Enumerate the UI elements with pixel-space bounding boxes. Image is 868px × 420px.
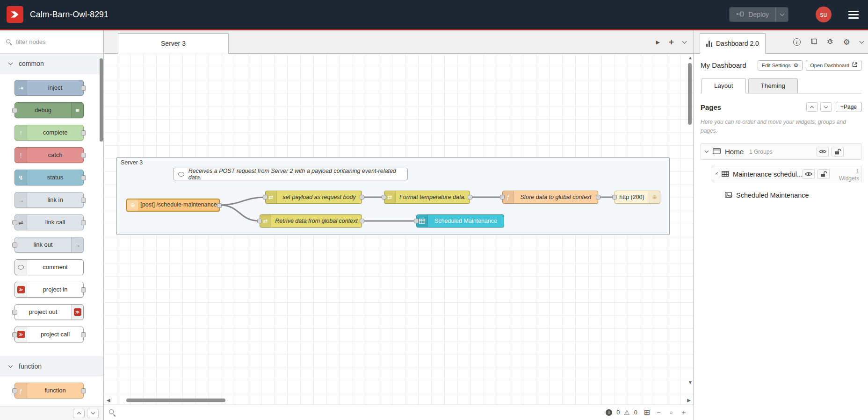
warning-icon[interactable]: ⚠ — [624, 409, 630, 416]
visibility-toggle-button[interactable] — [817, 147, 829, 157]
node-store-global[interactable]: ƒ Store data to global context — [502, 191, 598, 204]
node-format-temperature[interactable]: ⇄ Format temperature data. — [384, 191, 470, 204]
flow-canvas[interactable]: Server 3 Receives a POST request from Se… — [104, 54, 694, 405]
tab-layout[interactable]: Layout — [702, 78, 746, 93]
input-port[interactable] — [12, 242, 17, 248]
expand-all-pages-button[interactable] — [820, 102, 832, 112]
output-port[interactable] — [81, 153, 86, 158]
node-http-response[interactable]: ⊕ http (200) — [615, 191, 660, 204]
scroll-down-icon[interactable]: ▼ — [688, 380, 693, 385]
tab-scroll-right-icon[interactable]: ▶ — [656, 39, 659, 45]
vertical-scrollbar-thumb[interactable] — [688, 63, 692, 125]
gear-icon[interactable]: ⚙ — [843, 38, 850, 46]
input-port[interactable] — [12, 108, 17, 113]
output-port[interactable] — [81, 130, 86, 135]
palette-node-complete[interactable]: ! complete — [14, 125, 84, 141]
scroll-right-icon[interactable]: ▶ — [687, 398, 691, 403]
horizontal-scrollbar[interactable]: ◀ ▶ — [107, 398, 691, 403]
output-port[interactable] — [81, 85, 86, 91]
tab-dashboard-2[interactable]: Dashboard 2.0 — [700, 33, 766, 54]
tree-row-widget-scheduled-maintenance[interactable]: Scheduled Maintenance — [723, 188, 861, 202]
output-port[interactable] — [468, 195, 472, 199]
collapse-all-button[interactable] — [73, 409, 85, 418]
vertical-scrollbar[interactable]: ▲ ▼ — [687, 56, 693, 385]
expand-all-button[interactable] — [87, 409, 99, 418]
deploy-options-button[interactable] — [775, 7, 788, 21]
edit-settings-button[interactable]: Edit Settings ⚙ — [758, 60, 803, 71]
palette-node-inject[interactable]: ⇥ inject — [14, 80, 84, 96]
palette-node-function[interactable]: ƒ function — [14, 383, 84, 399]
chevron-down-icon[interactable] — [705, 149, 709, 153]
palette-category-function[interactable]: function — [0, 356, 103, 376]
palette-scrollbar-thumb[interactable] — [100, 58, 103, 142]
chevron-down-icon[interactable] — [716, 172, 718, 175]
input-port[interactable] — [414, 219, 419, 223]
input-port[interactable] — [12, 310, 17, 315]
palette-node-status[interactable]: ↯ status — [14, 170, 84, 185]
input-port[interactable] — [612, 195, 617, 199]
input-port[interactable] — [12, 332, 17, 337]
palette-node-catch[interactable]: ! catch — [14, 147, 84, 163]
add-page-button[interactable]: +Page — [836, 102, 861, 112]
collapse-all-pages-button[interactable] — [806, 102, 818, 112]
canvas-search-button[interactable] — [109, 409, 116, 416]
tree-row-page-home[interactable]: Home 1 Groups — [701, 143, 861, 160]
output-port[interactable] — [81, 198, 86, 203]
comment-icon — [178, 172, 184, 177]
node-retrieve-global[interactable]: ⇄ Retrive data from global context — [260, 214, 362, 228]
scroll-up-icon[interactable]: ▲ — [688, 56, 693, 60]
palette-node-project-call[interactable]: ≫ project call — [14, 327, 84, 342]
node-http-in[interactable]: ⊕ [post] /schedule-maintenance — [126, 199, 220, 212]
add-tab-button[interactable]: + — [669, 37, 674, 47]
output-port[interactable] — [81, 287, 86, 292]
user-avatar[interactable]: su — [816, 7, 832, 22]
output-port[interactable] — [596, 195, 600, 199]
input-port[interactable] — [12, 220, 17, 225]
output-port[interactable] — [81, 175, 86, 180]
tab-list-button[interactable] — [682, 39, 687, 44]
input-port[interactable] — [500, 195, 505, 199]
help-book-icon[interactable] — [810, 38, 817, 46]
lock-toggle-button[interactable] — [832, 147, 844, 157]
input-port[interactable] — [382, 195, 386, 199]
info-icon[interactable]: i — [793, 38, 801, 46]
output-port[interactable] — [217, 203, 222, 208]
scroll-left-icon[interactable]: ◀ — [107, 398, 110, 403]
visibility-toggle-button[interactable] — [803, 169, 815, 179]
node-comment[interactable]: Receives a POST request from Server 2 wi… — [173, 168, 408, 180]
tree-row-group-maintenance[interactable]: Maintenance schedul... 1 Widgets — [712, 166, 861, 182]
palette-node-link-call[interactable]: ⇌ link call — [14, 214, 84, 230]
output-port[interactable] — [81, 332, 86, 337]
palette-node-comment[interactable]: comment — [14, 259, 84, 275]
node-set-payload[interactable]: ⇄ set payload as request body — [265, 191, 362, 204]
node-table-widget[interactable]: Scheduled Maintenance — [416, 214, 504, 228]
tab-theming[interactable]: Theming — [748, 78, 798, 93]
error-icon[interactable]: ! — [606, 409, 612, 416]
lock-toggle-button[interactable] — [817, 169, 830, 179]
zoom-in-button[interactable]: + — [680, 409, 688, 416]
palette-node-project-out[interactable]: ≫ project out — [14, 304, 84, 320]
palette-node-link-out[interactable]: → link out — [14, 237, 84, 253]
open-dashboard-button[interactable]: Open Dashboard — [806, 60, 861, 71]
output-port[interactable] — [81, 388, 86, 393]
input-port[interactable] — [12, 388, 17, 393]
zoom-reset-button[interactable]: ○ — [667, 410, 675, 415]
palette-filter-input[interactable] — [16, 38, 86, 45]
palette-node-project-in[interactable]: ≫ project in — [14, 282, 84, 298]
palette-category-common[interactable]: common — [0, 54, 103, 73]
output-port[interactable] — [360, 219, 364, 223]
minimap-toggle-icon[interactable]: ⊞ — [644, 409, 650, 416]
deploy-button[interactable]: Deploy — [729, 7, 788, 22]
input-port[interactable] — [263, 195, 268, 199]
debug-bug-icon[interactable] — [827, 38, 833, 46]
main-menu-button[interactable] — [848, 11, 859, 19]
workspace-tab-server3[interactable]: Server 3 — [118, 33, 229, 54]
horizontal-scrollbar-thumb[interactable] — [126, 399, 225, 402]
output-port[interactable] — [81, 220, 86, 225]
palette-node-link-in[interactable]: → link in — [14, 192, 84, 208]
zoom-out-button[interactable]: − — [654, 409, 663, 416]
input-port[interactable] — [257, 219, 262, 223]
palette-node-debug[interactable]: ≡ debug — [14, 102, 84, 118]
sidebar-menu-chevron-icon[interactable] — [860, 39, 864, 44]
output-port[interactable] — [360, 195, 364, 199]
